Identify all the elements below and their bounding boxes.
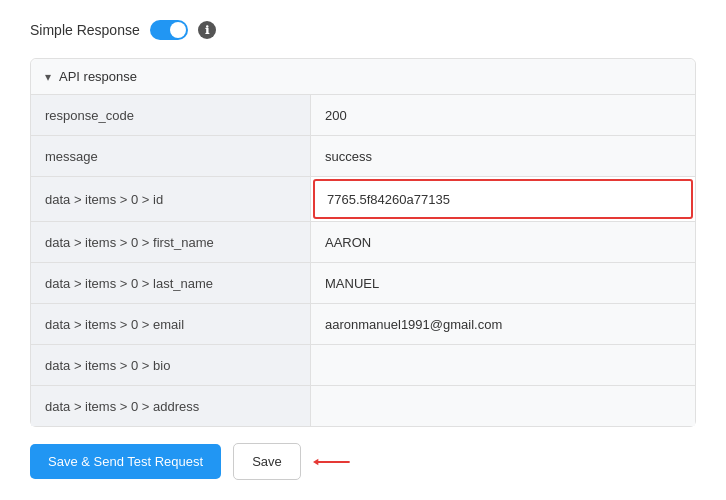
save-button[interactable]: Save [233,443,301,480]
table-row: response_code200 [31,95,695,136]
table-row: data > items > 0 > first_nameAARON [31,222,695,263]
api-response-label: API response [59,69,137,84]
field-key: data > items > 0 > email [31,304,311,344]
table-row: data > items > 0 > emailaaronmanuel1991@… [31,304,695,345]
table-row: messagesuccess [31,136,695,177]
info-icon[interactable]: ℹ [198,21,216,39]
table-row: data > items > 0 > id7765.5f84260a77135 [31,177,695,222]
api-response-section: ▾ API response response_code200messagesu… [30,58,696,427]
bottom-bar: Save & Send Test Request Save [30,443,696,480]
simple-response-toggle[interactable] [150,20,188,40]
field-key: data > items > 0 > last_name [31,263,311,303]
arrow-icon [313,452,353,472]
field-key: message [31,136,311,176]
table-row: data > items > 0 > bio [31,345,695,386]
field-value: aaronmanuel1991@gmail.com [311,304,695,344]
api-response-header[interactable]: ▾ API response [31,59,695,95]
field-value: success [311,136,695,176]
field-value [311,345,695,385]
simple-response-label: Simple Response [30,22,140,38]
field-value [311,386,695,426]
top-row: Simple Response ℹ [30,20,696,40]
field-key: response_code [31,95,311,135]
field-value: MANUEL [311,263,695,303]
field-value: 7765.5f84260a77135 [313,179,693,219]
field-value: AARON [311,222,695,262]
table-row: data > items > 0 > last_nameMANUEL [31,263,695,304]
chevron-down-icon: ▾ [45,70,51,84]
save-send-button[interactable]: Save & Send Test Request [30,444,221,479]
table-row: data > items > 0 > address [31,386,695,426]
fields-container: response_code200messagesuccessdata > ite… [31,95,695,426]
field-key: data > items > 0 > address [31,386,311,426]
field-key: data > items > 0 > bio [31,345,311,385]
field-key: data > items > 0 > first_name [31,222,311,262]
field-value: 200 [311,95,695,135]
field-key: data > items > 0 > id [31,177,311,221]
svg-marker-1 [313,458,318,465]
